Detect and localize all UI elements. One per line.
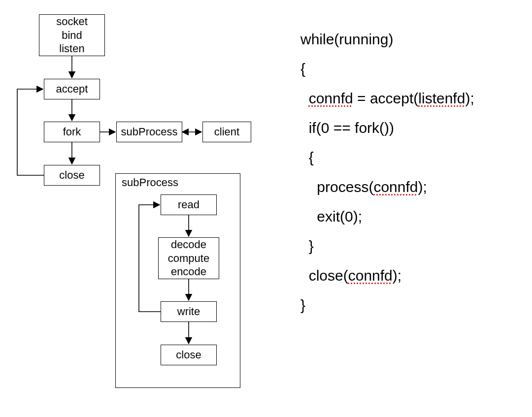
- box-label: socket bind listen: [56, 15, 88, 56]
- box-label: client: [214, 125, 239, 139]
- code-line-3: connfd = accept(listenfd);: [300, 84, 474, 113]
- code-text: if(0 == fork()): [300, 120, 394, 136]
- code-text: close(: [300, 267, 348, 284]
- code-text-underlined: connfd: [348, 267, 393, 284]
- box-subprocess: subProcess: [116, 122, 182, 142]
- box-decode-compute-encode: decode compute encode: [158, 237, 219, 279]
- code-line-1: while(running): [300, 25, 474, 54]
- subprocess-container-label: subProcess: [122, 176, 178, 189]
- code-text-underlined: connfd: [373, 179, 418, 195]
- box-label: accept: [56, 82, 88, 96]
- box-label: fork: [63, 125, 81, 139]
- box-label: close: [59, 168, 84, 182]
- box-label: close: [176, 348, 201, 362]
- code-text-underlined: listenfd: [418, 90, 465, 106]
- code-text: );: [418, 179, 427, 195]
- code-text: {: [300, 149, 314, 165]
- box-label: decode compute encode: [168, 238, 209, 279]
- code-text: }: [300, 238, 314, 254]
- box-label: read: [178, 198, 200, 212]
- code-text: process(: [300, 179, 373, 195]
- box-read: read: [161, 194, 217, 215]
- arrow-close-loop-accept: [17, 89, 44, 175]
- box-client: client: [202, 122, 251, 142]
- code-line-4: if(0 == fork()): [300, 113, 474, 143]
- code-line-2: {: [300, 54, 474, 84]
- box-label: write: [177, 305, 200, 319]
- code-line-5: {: [300, 143, 474, 172]
- code-line-8: }: [300, 231, 474, 261]
- box-socket-bind-listen: socket bind listen: [39, 14, 105, 56]
- code-text: }: [300, 297, 305, 313]
- box-label: subProcess: [121, 125, 178, 139]
- code-text: {: [300, 61, 305, 77]
- code-block: while(running) { connfd = accept(listenf…: [300, 25, 474, 320]
- code-text: exit(0);: [300, 208, 362, 225]
- code-line-7: exit(0);: [300, 202, 474, 231]
- box-close-main: close: [44, 165, 100, 186]
- code-text: );: [393, 267, 401, 284]
- code-text: );: [465, 90, 474, 106]
- box-fork: fork: [44, 122, 100, 142]
- code-line-6: process(connfd);: [300, 172, 474, 202]
- box-write: write: [161, 301, 217, 322]
- code-text: while(running): [300, 31, 393, 47]
- code-text: = accept(: [353, 90, 419, 106]
- code-text: [300, 90, 309, 106]
- code-line-9: close(connfd);: [300, 261, 474, 290]
- code-line-10: }: [300, 290, 474, 320]
- code-text-underlined: connfd: [309, 90, 353, 106]
- box-close-sub: close: [161, 345, 217, 365]
- box-accept: accept: [44, 79, 100, 99]
